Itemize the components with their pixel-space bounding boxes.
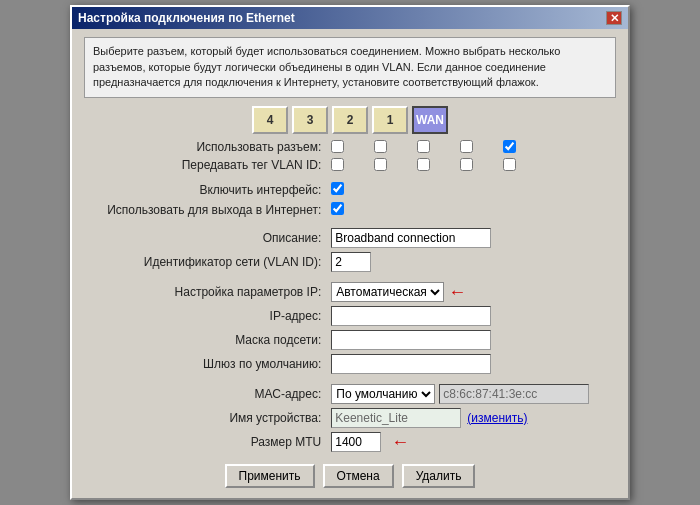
subnet-mask-row: Маска подсети: bbox=[84, 328, 616, 352]
use-port-label: Использовать разъем: bbox=[84, 138, 327, 156]
ip-address-input[interactable] bbox=[331, 306, 491, 326]
enable-interface-checkbox[interactable] bbox=[331, 182, 344, 195]
use-port-2-checkbox[interactable] bbox=[417, 140, 430, 153]
vlan-id-row: Идентификатор сети (VLAN ID): bbox=[84, 250, 616, 274]
port-checkbox-table: Использовать разъем: Передавать тег VLAN… bbox=[84, 138, 616, 454]
change-link[interactable]: (изменить) bbox=[467, 411, 527, 425]
port-row: 4 3 2 1 WAN bbox=[84, 106, 616, 134]
use-port-checkboxes bbox=[327, 138, 616, 156]
vlan-1-checkbox[interactable] bbox=[460, 158, 473, 171]
dialog-body: Выберите разъем, который будет использов… bbox=[72, 29, 628, 497]
use-port-3-checkbox[interactable] bbox=[374, 140, 387, 153]
mtu-input[interactable] bbox=[331, 432, 381, 452]
vlan-2-checkbox[interactable] bbox=[417, 158, 430, 171]
vlan-tag-label: Передавать тег VLAN ID: bbox=[84, 156, 327, 174]
mac-address-input bbox=[439, 384, 589, 404]
mtu-label: Размер МТU bbox=[84, 430, 327, 454]
vlan-id-input[interactable] bbox=[331, 252, 371, 272]
ip-address-label: IP-адрес: bbox=[84, 304, 327, 328]
use-port-row: Использовать разъем: bbox=[84, 138, 616, 156]
gateway-row: Шлюз по умолчанию: bbox=[84, 352, 616, 376]
ip-settings-select[interactable]: Автоматическая Статическая PPPoE bbox=[331, 282, 444, 302]
delete-button[interactable]: Удалить bbox=[402, 464, 476, 488]
apply-button[interactable]: Применить bbox=[225, 464, 315, 488]
enable-internet-label: Использовать для выхода в Интернет: bbox=[84, 200, 327, 220]
port-2-button[interactable]: 2 bbox=[332, 106, 368, 134]
port-3-button[interactable]: 3 bbox=[292, 106, 328, 134]
ip-address-row: IP-адрес: bbox=[84, 304, 616, 328]
vlan-4-checkbox[interactable] bbox=[331, 158, 344, 171]
ip-settings-row: Настройка параметров IP: Автоматическая … bbox=[84, 280, 616, 304]
vlan-tag-row: Передавать тег VLAN ID: bbox=[84, 156, 616, 174]
title-bar: Настройка подключения по Ethernet ✕ bbox=[72, 7, 628, 29]
gateway-input[interactable] bbox=[331, 354, 491, 374]
port-1-button[interactable]: 1 bbox=[372, 106, 408, 134]
vlan-3-checkbox[interactable] bbox=[374, 158, 387, 171]
mac-label: МАС-адрес: bbox=[84, 382, 327, 406]
dialog-window: Настройка подключения по Ethernet ✕ Выбе… bbox=[70, 5, 630, 499]
enable-interface-row: Включить интерфейс: bbox=[84, 180, 616, 200]
mac-row: МАС-адрес: По умолчанию Вручную Клониров… bbox=[84, 382, 616, 406]
dialog-title: Настройка подключения по Ethernet bbox=[78, 11, 295, 25]
mtu-arrow: ← bbox=[391, 433, 409, 451]
vlan-id-label: Идентификатор сети (VLAN ID): bbox=[84, 250, 327, 274]
vlan-tag-checkboxes bbox=[327, 156, 616, 174]
enable-interface-label: Включить интерфейс: bbox=[84, 180, 327, 200]
use-port-wan-checkbox[interactable] bbox=[503, 140, 516, 153]
ip-settings-label: Настройка параметров IP: bbox=[84, 280, 327, 304]
button-row: Применить Отмена Удалить bbox=[84, 464, 616, 488]
close-button[interactable]: ✕ bbox=[606, 11, 622, 25]
subnet-mask-input[interactable] bbox=[331, 330, 491, 350]
device-name-label: Имя устройства: bbox=[84, 406, 327, 430]
description-input[interactable] bbox=[331, 228, 491, 248]
enable-internet-checkbox[interactable] bbox=[331, 202, 344, 215]
mac-select[interactable]: По умолчанию Вручную Клонировать bbox=[331, 384, 435, 404]
port-4-button[interactable]: 4 bbox=[252, 106, 288, 134]
device-name-row: Имя устройства: (изменить) bbox=[84, 406, 616, 430]
enable-internet-row: Использовать для выхода в Интернет: bbox=[84, 200, 616, 220]
ip-settings-arrow: ← bbox=[448, 283, 466, 301]
description-label: Описание: bbox=[84, 226, 327, 250]
subnet-mask-label: Маска подсети: bbox=[84, 328, 327, 352]
gateway-label: Шлюз по умолчанию: bbox=[84, 352, 327, 376]
device-name-input bbox=[331, 408, 461, 428]
vlan-wan-checkbox[interactable] bbox=[503, 158, 516, 171]
mtu-row: Размер МТU ← bbox=[84, 430, 616, 454]
description-row: Описание: bbox=[84, 226, 616, 250]
use-port-4-checkbox[interactable] bbox=[331, 140, 344, 153]
cancel-button[interactable]: Отмена bbox=[323, 464, 394, 488]
port-wan-button[interactable]: WAN bbox=[412, 106, 448, 134]
info-text: Выберите разъем, который будет использов… bbox=[84, 37, 616, 97]
use-port-1-checkbox[interactable] bbox=[460, 140, 473, 153]
